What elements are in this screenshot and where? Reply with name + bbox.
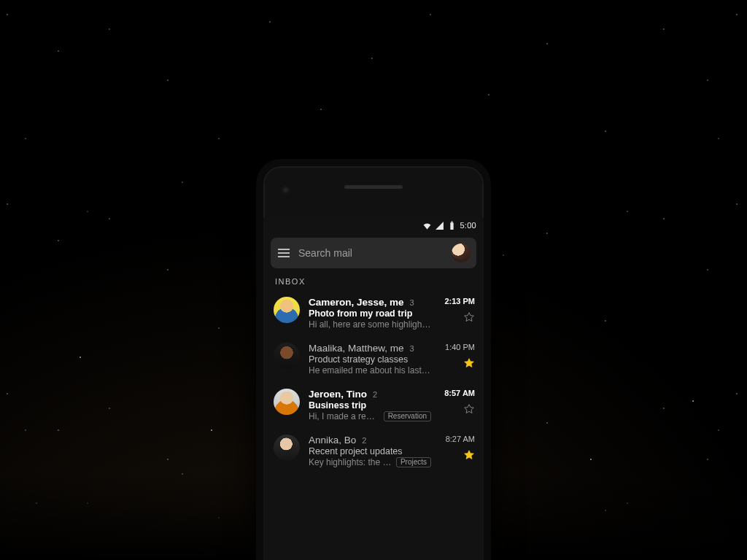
email-senders: Jeroen, Tino (309, 389, 367, 400)
email-time: 8:57 AM (444, 389, 475, 397)
account-avatar[interactable] (452, 244, 471, 262)
label-chip[interactable]: Reservation (384, 411, 431, 421)
star-icon[interactable] (463, 449, 475, 461)
label-chip[interactable]: Projects (396, 457, 431, 467)
phone-frame: 5:00 Search mail INBOX Cameron, Jesse, m… (256, 159, 491, 560)
thread-count: 3 (410, 344, 414, 353)
email-time: 2:13 PM (444, 297, 475, 306)
email-subject: Product strategy classes (309, 354, 431, 365)
email-subject: Recent project updates (309, 446, 431, 456)
earpiece-speaker (344, 185, 403, 189)
email-time: 1:40 PM (445, 343, 475, 351)
email-subject: Business trip (309, 400, 431, 411)
status-bar: 5:00 (263, 217, 484, 233)
cellular-signal-icon (435, 221, 444, 230)
thread-count: 2 (373, 390, 377, 399)
search-bar[interactable]: Search mail (271, 238, 476, 268)
sender-avatar[interactable] (274, 389, 300, 415)
search-input[interactable]: Search mail (298, 247, 443, 259)
email-senders: Annika, Bo (309, 435, 356, 446)
wifi-icon (422, 221, 432, 230)
inbox-section-label: INBOX (263, 276, 484, 290)
star-icon[interactable] (463, 357, 475, 369)
email-snippet: Hi all, here are some highlights fr… (309, 319, 431, 330)
svg-marker-0 (436, 222, 444, 230)
svg-rect-2 (452, 221, 453, 222)
star-icon[interactable] (463, 403, 475, 415)
email-snippet: Key highlights: the team h… (309, 457, 392, 467)
thread-count: 2 (362, 436, 366, 445)
email-row[interactable]: Jeroen, Tino2Business tripHi, I made a r… (263, 382, 484, 428)
email-row[interactable]: Cameron, Jesse, me3Photo from my road tr… (263, 290, 484, 336)
thread-count: 3 (410, 298, 414, 307)
email-subject: Photo from my road trip (309, 308, 431, 319)
email-time: 8:27 AM (446, 435, 475, 443)
email-row[interactable]: Maalika, Matthew, me3Product strategy cl… (263, 336, 484, 382)
email-snippet: He emailed me about his last pro… (309, 365, 431, 376)
battery-icon (447, 221, 457, 230)
status-bar-clock: 5:00 (460, 221, 476, 230)
phone-screen: 5:00 Search mail INBOX Cameron, Jesse, m… (263, 217, 484, 560)
svg-rect-1 (451, 222, 454, 230)
sender-avatar[interactable] (274, 297, 300, 323)
email-snippet: Hi, I made a reservation… (309, 411, 379, 421)
menu-icon[interactable] (278, 249, 290, 257)
email-senders: Maalika, Matthew, me (309, 343, 404, 354)
email-senders: Cameron, Jesse, me (309, 297, 404, 308)
star-icon[interactable] (463, 311, 475, 323)
email-row[interactable]: Annika, Bo2Recent project updatesKey hig… (263, 428, 484, 474)
email-list[interactable]: Cameron, Jesse, me3Photo from my road tr… (263, 290, 484, 560)
sender-avatar[interactable] (274, 343, 300, 369)
sender-avatar[interactable] (274, 435, 300, 461)
front-camera (282, 187, 289, 193)
